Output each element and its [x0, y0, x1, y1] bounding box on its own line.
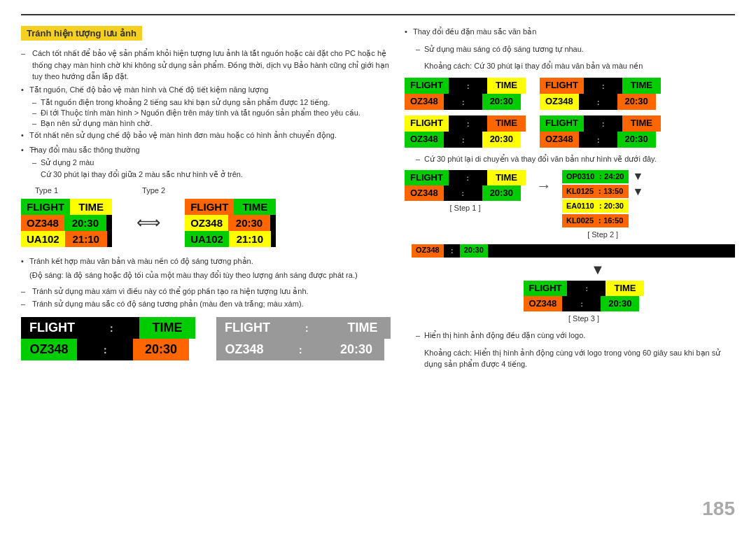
- s3-r2c1: OZ348: [524, 296, 563, 311]
- dbl-arrow2: ▼: [633, 185, 644, 198]
- mb1-colon2: ：: [444, 94, 482, 110]
- right-sub1: Sử dụng màu sáng có độ sáng tương tự nha…: [405, 43, 735, 55]
- t1-time-label: TIME: [70, 199, 112, 215]
- sub3-1: Sử dụng 2 màu: [21, 158, 391, 167]
- mb3-colon1: ：: [449, 115, 487, 132]
- bottom-board-gray: FLIGHT ： TIME OZ348 ： 20:30: [216, 317, 391, 360]
- step2-row2: KL0125 ：13:50: [562, 185, 629, 198]
- bg-colon2: ：: [272, 339, 328, 360]
- s2-oz310: OP0310 ：24:20: [562, 170, 629, 183]
- mb2-colon2: ：: [579, 94, 617, 110]
- step2-stacked: OP0310 ：24:20 KL0125 ：13:50 EA0110 ：20:3…: [562, 170, 629, 227]
- t1-flight-label: FLIGHT: [21, 199, 70, 215]
- bg-colon: ：: [279, 317, 335, 339]
- mb3-r1c2: TIME: [487, 115, 526, 132]
- t2-flight-label: FLIGHT: [185, 199, 234, 215]
- bullet4: Tránh kết hợp màu văn bản và màu nền có …: [21, 255, 391, 267]
- step1-container: FLIGHT ： TIME OZ348 ： 20:30 [ Step 1 ]: [405, 170, 526, 212]
- mb1-colon1: ：: [449, 78, 487, 94]
- mini-board-4: FLIGHT ： TIME OZ348 ： 20:30: [540, 115, 661, 148]
- mini-board-1: FLIGHT ： TIME OZ348 ： 20:30: [405, 78, 526, 110]
- footer-notes: Hiển thị hình ảnh động đều đặn cùng với …: [405, 330, 735, 370]
- top-mini-boards: FLIGHT ： TIME OZ348 ： 20:30 FLIGHT ：: [405, 78, 735, 110]
- sub1-2: Đi tới Thuộc tính màn hình > Nguồn điện …: [21, 108, 391, 118]
- flight-boards-comparison: FLIGHT TIME OZ348 20:30 UA102 21:10 ⟺: [21, 199, 391, 247]
- t1-oz348: OZ348: [21, 215, 64, 231]
- mb4-colon2: ：: [579, 132, 617, 148]
- step2-boards: OP0310 ：24:20 KL0125 ：13:50 EA0110 ：20:3…: [562, 170, 643, 227]
- mb4-r2c2: 20:30: [617, 132, 656, 148]
- page-number: 185: [702, 498, 735, 520]
- bg-flight: FLIGHT: [216, 317, 279, 339]
- s2-kl125: KL0125 ：13:50: [562, 185, 627, 198]
- dbl-arrow1: ▼: [633, 170, 644, 183]
- mini-board-2: FLIGHT ： TIME OZ348 ： 20:30: [540, 78, 661, 110]
- s1oz-2030: 20:30: [460, 244, 488, 258]
- gray-warning: Tránh sử dụng màu xám vì điều này có thể…: [21, 286, 391, 297]
- mb1-r1c2: TIME: [487, 78, 526, 94]
- mb2-r2c2: 20:30: [617, 94, 656, 110]
- mb1-r1c1: FLIGHT: [405, 78, 449, 94]
- bullet3: Thay đổi màu sắc thông thường: [21, 144, 391, 156]
- step3-board: FLIGHT ： TIME OZ348 ： 20:30: [524, 281, 645, 311]
- type1-board: FLIGHT TIME OZ348 20:30 UA102 21:10: [21, 199, 112, 247]
- section-title: Tránh hiện tượng lưu ảnh: [21, 26, 142, 41]
- bb-flight: FLIGHT: [21, 317, 83, 339]
- s1-colon1: ：: [449, 170, 487, 185]
- t2-2030: 20:30: [228, 215, 270, 231]
- type2-board: FLIGHT TIME OZ348 20:30 UA102 21:10: [185, 199, 276, 247]
- mb2-colon1: ：: [584, 78, 622, 94]
- bb-colon: ：: [83, 317, 139, 339]
- step2-row4: KL0025 ：16:50: [562, 214, 629, 227]
- sub1-3: Bạn nên sử dụng màn hình chờ.: [21, 119, 391, 128]
- right-sub1b: Khoảng cách: Cứ 30 phút lại thay đổi màu…: [405, 60, 735, 72]
- s1oz-colon: ：: [444, 244, 460, 258]
- swap-arrow: ⟺: [136, 213, 160, 232]
- mb4-r2c1: OZ348: [540, 132, 579, 148]
- second-mini-boards: FLIGHT ： TIME OZ348 ： 20:30 FLIGHT ：: [405, 115, 735, 148]
- t2-oz348: OZ348: [185, 215, 228, 231]
- footer-note1: Hiển thị hình ảnh động đều đặn cùng với …: [405, 330, 735, 342]
- step1-oz-row: OZ348 ： 20:30: [412, 244, 735, 258]
- mb2-r1c1: FLIGHT: [540, 78, 584, 94]
- right-sub2: Cứ 30 phút lại di chuyển và thay đổi văn…: [405, 153, 735, 165]
- bb-time: TIME: [139, 317, 195, 339]
- bb-oz348: OZ348: [21, 339, 77, 360]
- s3-r1c2: TIME: [606, 281, 644, 296]
- footer-note1b: Khoảng cách: Hiển thị hình ảnh động cùng…: [405, 347, 735, 370]
- step-arrow-right: →: [536, 177, 552, 195]
- mb4-colon1: ：: [584, 115, 622, 132]
- t1-ua102: UA102: [21, 231, 65, 247]
- mini-board-3: FLIGHT ： TIME OZ348 ： 20:30: [405, 115, 526, 148]
- bottom-boards: FLIGHT ： TIME OZ348 ： 20:30 FLIGHT ：: [21, 317, 391, 360]
- right-bullet1: Thay đổi đều đặn màu sắc văn bản: [405, 26, 735, 38]
- mb1-r2c2: 20:30: [482, 94, 521, 110]
- sub1-1: Tắt nguồn điện trong khoảng 2 tiếng sau …: [21, 98, 391, 107]
- step1-label: [ Step 1 ]: [449, 204, 480, 212]
- bg-2030: 20:30: [328, 339, 384, 360]
- arrow-to-step3: ▼: [461, 262, 735, 278]
- bg-oz348: OZ348: [216, 339, 272, 360]
- t1-2110: 21:10: [65, 231, 107, 247]
- top-divider: [21, 14, 735, 15]
- mb4-r1c2: TIME: [622, 115, 661, 132]
- bullet4-sub: (Độ sáng: là độ sáng hoặc độ tối của một…: [21, 269, 391, 281]
- bullet2: Tốt nhất nên sử dụng chế độ bảo vệ màn h…: [21, 129, 391, 141]
- mb3-r1c1: FLIGHT: [405, 115, 449, 132]
- s1-r1c1: FLIGHT: [405, 170, 449, 185]
- s3-r2c2: 20:30: [601, 296, 639, 311]
- step2-row1: OP0310 ：24:20: [562, 170, 629, 183]
- t2-2110: 21:10: [229, 231, 271, 247]
- s2-ea110: EA0110 ：20:30: [562, 199, 628, 213]
- mb3-r2c1: OZ348: [405, 132, 444, 148]
- sub3-1b: Cứ 30 phút lại thay đổi giữa 2 màu sắc n…: [21, 169, 391, 181]
- steps-section: FLIGHT ： TIME OZ348 ： 20:30 [ Step 1 ] →: [405, 170, 735, 239]
- bb-colon2: ：: [77, 339, 133, 360]
- step2-container: OP0310 ：24:20 KL0125 ：13:50 EA0110 ：20:3…: [562, 170, 643, 239]
- t1-2030: 20:30: [64, 215, 106, 231]
- step1-board: FLIGHT ： TIME OZ348 ： 20:30: [405, 170, 526, 201]
- step2-arrows: ▼ ▼: [633, 170, 644, 227]
- s3-colon2: ：: [562, 296, 601, 311]
- step3-container: FLIGHT ： TIME OZ348 ： 20:30 [ Step 3 ]: [433, 281, 735, 323]
- s1-r2c2: 20:30: [482, 185, 521, 201]
